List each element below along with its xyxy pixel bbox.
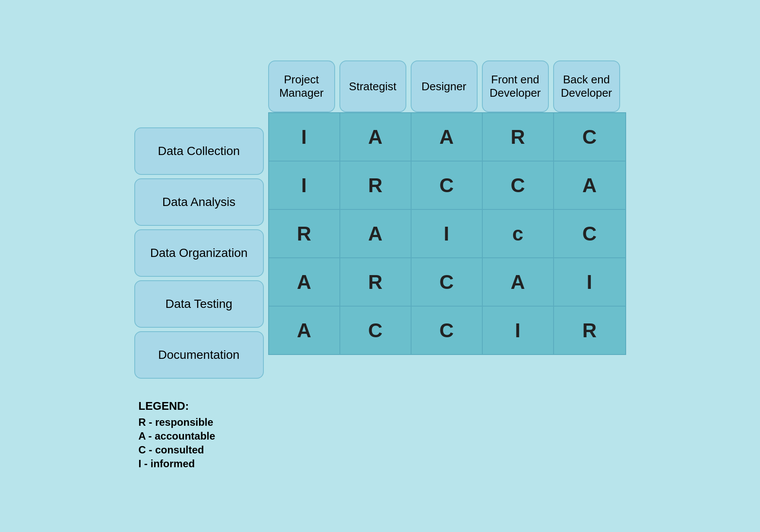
grid-cell-4-4: R [554,307,625,354]
legend-item-2: C - consulted [139,444,215,456]
grid-body: IAARCIRCCARAIcCARCAIACCIR [268,112,626,355]
legend: LEGEND: R - responsibleA - accountableC … [139,399,215,472]
row-label-4: Documentation [134,331,264,379]
legend-item-1: A - accountable [139,430,215,442]
col-headers: Project ManagerStrategistDesignerFront e… [268,60,626,112]
col-header-project-manager: Project Manager [268,60,335,112]
grid-cell-0-2: A [412,113,483,161]
col-header-designer: Designer [411,60,478,112]
main-container: Data CollectionData AnalysisData Organiz… [117,43,643,489]
col-header-strategist: Strategist [339,60,406,112]
col-header-front-end-developer: Front end Developer [482,60,549,112]
grid-cell-2-1: A [340,210,412,257]
grid-row-2: RAIcC [269,210,625,258]
grid-cell-0-4: C [554,113,625,161]
row-label-0: Data Collection [134,127,264,175]
grid-cell-0-0: I [269,113,340,161]
grid-cell-2-4: C [554,210,625,257]
grid-cell-3-4: I [554,258,625,306]
grid-cell-3-1: R [340,258,412,306]
grid-row-3: ARCAI [269,258,625,307]
grid-row-4: ACCIR [269,307,625,354]
grid-cell-1-1: R [340,162,412,209]
grid-row-1: IRCCA [269,162,625,210]
row-label-1: Data Analysis [134,178,264,226]
grid-cell-0-3: R [483,113,554,161]
grid-cell-3-0: A [269,258,340,306]
row-label-2: Data Organization [134,229,264,277]
grid-cell-4-1: C [340,307,412,354]
grid-cell-2-3: c [483,210,554,257]
legend-item-0: R - responsible [139,416,215,428]
grid-cell-1-4: A [554,162,625,209]
grid-cell-3-3: A [483,258,554,306]
grid-cell-2-0: R [269,210,340,257]
grid-cell-4-0: A [269,307,340,354]
row-label-3: Data Testing [134,280,264,328]
legend-title: LEGEND: [139,399,215,413]
grid-section: Project ManagerStrategistDesignerFront e… [268,60,626,355]
grid-cell-0-1: A [340,113,412,161]
grid-cell-4-3: I [483,307,554,354]
row-labels: Data CollectionData AnalysisData Organiz… [134,127,264,382]
matrix-wrapper: Data CollectionData AnalysisData Organiz… [134,60,626,382]
grid-cell-2-2: I [412,210,483,257]
grid-cell-4-2: C [412,307,483,354]
grid-cell-1-0: I [269,162,340,209]
grid-cell-3-2: C [412,258,483,306]
legend-item-3: I - informed [139,458,215,470]
grid-row-0: IAARC [269,113,625,162]
col-header-back-end-developer: Back end Developer [553,60,620,112]
grid-cell-1-2: C [412,162,483,209]
grid-cell-1-3: C [483,162,554,209]
